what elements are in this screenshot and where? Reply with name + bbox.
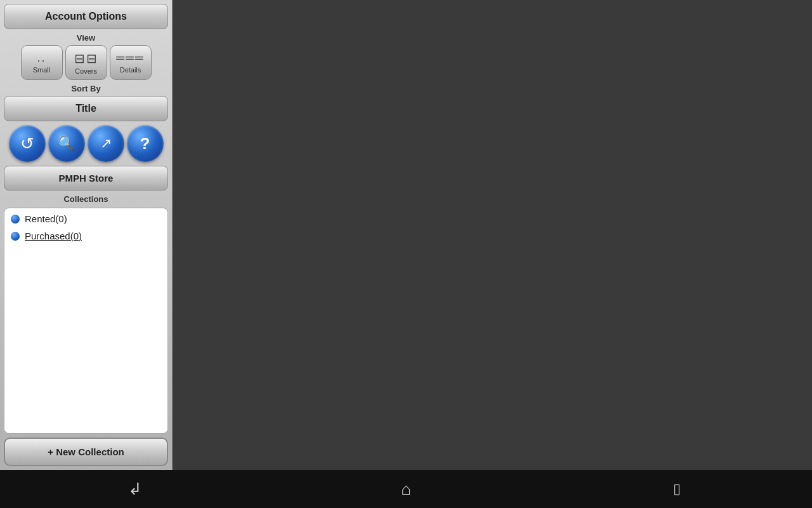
collection-label-rented: Rented(0) [25, 213, 67, 224]
covers-icon: ⊟⊟ [74, 51, 98, 66]
small-icon: .. [37, 51, 46, 65]
new-collection-button[interactable]: + New Collection [4, 438, 168, 466]
collections-label: Collections [4, 194, 168, 204]
home-icon: ⌂ [401, 479, 411, 499]
account-options-button[interactable]: Account Options [4, 4, 168, 29]
recents-icon: ▯ [673, 481, 681, 497]
collection-item-rented[interactable]: Rented(0) [11, 213, 161, 224]
content-area [173, 0, 812, 470]
collection-label-purchased: Purchased(0) [25, 231, 82, 241]
pmph-store-button[interactable]: PMPH Store [4, 166, 168, 190]
sort-by-label: Sort By [71, 84, 100, 93]
search-icon: 🔍 [58, 135, 75, 152]
view-label: View [77, 33, 95, 43]
sidebar: Account Options View .. Small ⊟⊟ Covers … [0, 0, 173, 470]
view-section: View .. Small ⊟⊟ Covers ═══ Details [4, 33, 168, 80]
share-button[interactable]: ↗ [88, 125, 124, 162]
view-covers-button[interactable]: ⊟⊟ Covers [65, 45, 107, 80]
view-buttons: .. Small ⊟⊟ Covers ═══ Details [21, 45, 152, 80]
action-icons-row: ↺ 🔍 ↗ ? [4, 125, 168, 162]
view-small-button[interactable]: .. Small [21, 45, 63, 80]
view-details-button[interactable]: ═══ Details [110, 45, 152, 80]
back-button[interactable]: ↲ [116, 476, 154, 502]
home-button[interactable]: ⌂ [387, 476, 425, 502]
nav-bar: ↲ ⌂ ▯ [0, 470, 812, 508]
covers-label: Covers [75, 67, 97, 75]
main-area: Account Options View .. Small ⊟⊟ Covers … [0, 0, 812, 470]
search-button[interactable]: 🔍 [48, 125, 85, 162]
collection-dot-rented [11, 215, 20, 224]
recents-button[interactable]: ▯ [658, 476, 696, 502]
back-icon: ↲ [128, 479, 142, 499]
details-icon: ═══ [116, 51, 144, 65]
collections-list: Rented(0) Purchased(0) [4, 208, 168, 434]
small-label: Small [33, 66, 51, 74]
collection-dot-purchased [11, 232, 20, 241]
help-button[interactable]: ? [127, 125, 164, 162]
refresh-button[interactable]: ↺ [9, 125, 46, 162]
refresh-icon: ↺ [20, 134, 34, 154]
sort-section: Sort By Title [4, 84, 168, 121]
help-icon: ? [140, 134, 150, 154]
sort-by-button[interactable]: Title [4, 96, 168, 121]
share-icon: ↗ [100, 135, 112, 152]
details-label: Details [120, 66, 141, 74]
collection-item-purchased[interactable]: Purchased(0) [11, 231, 161, 241]
